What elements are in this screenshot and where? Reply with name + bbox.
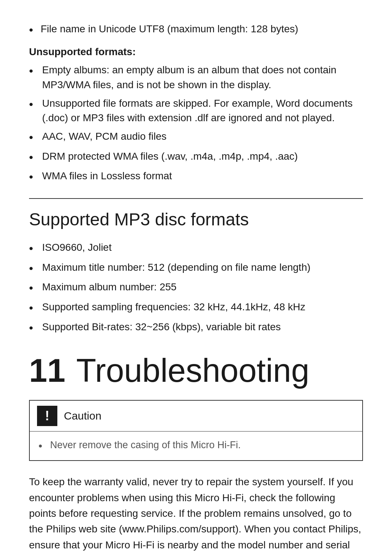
list-item-text: DRM protected WMA files (.wav, .m4a, .m4… [42, 149, 298, 164]
chapter-title: Troubleshooting [76, 354, 309, 387]
section-divider [29, 198, 363, 199]
unsupported-list: • Empty albums: an empty album is an alb… [29, 63, 363, 185]
bullet-icon: • [29, 96, 42, 113]
caution-list: • Never remove the casing of this Micro … [38, 438, 354, 454]
caution-box: ! Caution • Never remove the casing of t… [29, 400, 363, 461]
list-item-text: Never remove the casing of this Micro Hi… [50, 438, 241, 452]
list-item: • ISO9660, Joliet [29, 240, 363, 257]
list-item-text: Maximum title number: 512 (depending on … [42, 260, 310, 275]
caution-body: • Never remove the casing of this Micro … [30, 432, 362, 461]
list-item-text: ISO9660, Joliet [42, 240, 111, 255]
list-item-text: Maximum album number: 255 [42, 280, 176, 295]
list-item: • File name in Unicode UTF8 (maximum len… [29, 22, 363, 38]
bullet-icon: • [29, 169, 42, 185]
list-item: • Never remove the casing of this Micro … [38, 438, 354, 454]
caution-icon: ! [37, 406, 57, 426]
list-item: • Maximum album number: 255 [29, 280, 363, 296]
bullet-icon: • [29, 63, 42, 79]
list-item: • DRM protected WMA files (.wav, .m4a, .… [29, 149, 363, 165]
bullet-icon: • [29, 129, 42, 146]
bullet-icon: • [29, 149, 42, 165]
list-item: • Maximum title number: 512 (depending o… [29, 260, 363, 277]
chapter-number: 11 [29, 354, 65, 387]
list-item: • AAC, WAV, PCM audio files [29, 129, 363, 146]
caution-header: ! Caution [30, 401, 362, 432]
mp3-section-heading: Supported MP3 disc formats [29, 209, 363, 230]
list-item: • Supported sampling frequencies: 32 kHz… [29, 300, 363, 316]
list-item-text: Empty albums: an empty album is an album… [42, 63, 363, 92]
chapter-heading: 11 Troubleshooting [29, 354, 363, 387]
bullet-icon: • [38, 438, 50, 454]
list-item-text: Supported Bit-rates: 32~256 (kbps), vari… [42, 320, 281, 335]
mp3-bullet-list: • ISO9660, Joliet • Maximum title number… [29, 240, 363, 336]
bullet-icon: • [29, 22, 41, 38]
list-item: • WMA files in Lossless format [29, 169, 363, 185]
list-item: • Supported Bit-rates: 32~256 (kbps), va… [29, 320, 363, 336]
list-item-text: Unsupported file formats are skipped. Fo… [42, 96, 363, 126]
unsupported-heading: Unsupported formats: [29, 45, 363, 60]
bullet-icon: • [29, 280, 42, 296]
list-item-text: WMA files in Lossless format [42, 169, 172, 184]
bullet-icon: • [29, 320, 42, 336]
bullet-icon: • [29, 260, 42, 277]
top-bullet-list: • File name in Unicode UTF8 (maximum len… [29, 22, 363, 38]
warranty-paragraph: To keep the warranty valid, never try to… [29, 474, 363, 556]
exclamation-icon: ! [45, 409, 49, 422]
bullet-icon: • [29, 300, 42, 316]
list-item: • Unsupported file formats are skipped. … [29, 96, 363, 126]
bullet-icon: • [29, 240, 42, 257]
list-item-text: File name in Unicode UTF8 (maximum lengt… [41, 22, 298, 37]
list-item-text: AAC, WAV, PCM audio files [42, 129, 167, 144]
list-item-text: Supported sampling frequencies: 32 kHz, … [42, 300, 305, 315]
caution-label: Caution [64, 408, 101, 424]
list-item: • Empty albums: an empty album is an alb… [29, 63, 363, 92]
